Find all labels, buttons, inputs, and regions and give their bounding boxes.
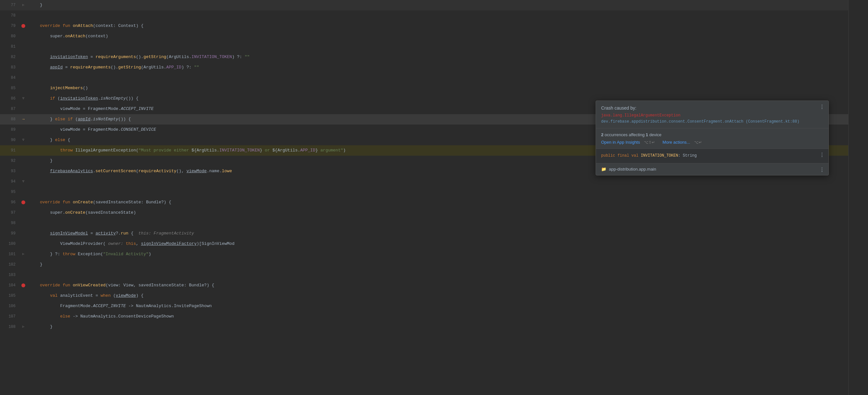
code-line-78[interactable]: 78 <box>0 10 848 21</box>
fold-icon-90: ▽ <box>22 135 24 145</box>
fold-icon-108: ▷ <box>22 322 24 332</box>
line-num-100: 100 <box>0 239 20 249</box>
code-line-79[interactable]: 79 override fun onAttach(context: Contex… <box>0 21 848 31</box>
line-num-82: 82 <box>0 52 20 62</box>
gutter-90: ▽ <box>20 135 27 145</box>
code-content-99: signInViewModel = activity?.run { this: … <box>27 228 848 239</box>
gutter-104 <box>20 283 27 287</box>
code-line-99[interactable]: 99 signInViewModel = activity?.run { thi… <box>0 228 848 239</box>
code-line-95[interactable]: 95 <box>0 187 848 197</box>
device-count: 1 <box>646 132 648 137</box>
code-line-108[interactable]: 108 ▷ } <box>0 322 848 332</box>
line-num-104: 104 <box>0 280 20 290</box>
code-content-80: super.onAttach(context) <box>27 31 848 41</box>
line-num-85: 85 <box>0 83 20 93</box>
code-content-101: } ?: throw Exception("Invalid Activity") <box>27 249 848 259</box>
code-line-105[interactable]: 105 val analyticEvent = when (viewMode) … <box>0 290 848 301</box>
code-line-102[interactable]: 102 } <box>0 259 848 270</box>
fold-icon-101: ▷ <box>22 249 24 259</box>
code-content-85: injectMembers() <box>27 83 848 93</box>
code-content-108: } <box>27 322 848 332</box>
code-area[interactable]: 77 ▷ } 78 79 override fun onAttach(conte… <box>0 0 848 395</box>
line-num-93: 93 <box>0 166 20 176</box>
code-line-85[interactable]: 85 injectMembers() <box>0 83 848 93</box>
code-content-105: val analyticEvent = when (viewMode) { <box>27 290 848 301</box>
right-panel <box>848 0 868 395</box>
line-num-91: 91 <box>0 145 20 156</box>
line-num-87: 87 <box>0 104 20 114</box>
line-num-102: 102 <box>0 259 20 270</box>
line-num-83: 83 <box>0 62 20 73</box>
code-line-106[interactable]: 106 FragmentMode.ACCEPT_INVITE -> NautmA… <box>0 301 848 311</box>
line-num-88: 88 <box>0 114 20 124</box>
breakpoint-icon-104 <box>21 283 25 287</box>
crash-exception-class: java.lang.IllegalArgumentException <box>601 113 823 119</box>
open-in-app-insights-button[interactable]: Open in App Insights ⌥⇧↵ <box>601 140 655 145</box>
open-in-app-insights-label: Open in App Insights <box>601 140 640 145</box>
code-content-104: override fun onViewCreated(view: View, s… <box>27 280 848 290</box>
fold-icon-94: ▽ <box>22 176 24 187</box>
line-num-77: 77 <box>0 0 20 10</box>
execution-arrow-icon: → <box>22 114 24 124</box>
occurrences-count: 2 <box>601 132 603 137</box>
code-line-83[interactable]: 83 appId = requireArguments().getString(… <box>0 62 848 73</box>
code-line-96[interactable]: 96 override fun onCreate(savedInstanceSt… <box>0 197 848 207</box>
crash-popup-header: Crash caused by: java.lang.IllegalArgume… <box>596 101 829 129</box>
affecting-label: affecting <box>629 132 645 137</box>
occurrences-text: 2 occurrences affecting 1 device <box>601 132 823 137</box>
more-actions-label: More actions... <box>663 140 690 145</box>
code-line-81[interactable]: 81 <box>0 41 848 52</box>
code-line-94[interactable]: 94 ▽ <box>0 176 848 187</box>
crash-exception-trace: dev.firebase.appdistribution.consent.Con… <box>601 119 823 125</box>
code-line-107[interactable]: 107 else -> NautmAnalytics.ConsentDevice… <box>0 311 848 322</box>
code-line-98[interactable]: 98 <box>0 218 848 228</box>
line-num-95: 95 <box>0 187 20 197</box>
crash-popup-actions: Open in App Insights ⌥⇧↵ More actions...… <box>601 140 823 145</box>
gutter-86: ▽ <box>20 93 27 104</box>
gutter-94: ▽ <box>20 176 27 187</box>
code-line-77[interactable]: 77 ▷ } <box>0 0 848 10</box>
line-num-105: 105 <box>0 290 20 301</box>
line-num-78: 78 <box>0 10 20 21</box>
code-content-77: } <box>27 0 848 10</box>
code-line-101[interactable]: 101 ▷ } ?: throw Exception("Invalid Acti… <box>0 249 848 259</box>
code-line-97[interactable]: 97 super.onCreate(savedInstanceState) <box>0 207 848 218</box>
line-num-92: 92 <box>0 156 20 166</box>
code-content-102: } <box>27 259 848 270</box>
code-line-82[interactable]: 82 invitationToken = requireArguments().… <box>0 52 848 62</box>
code-line-100[interactable]: 100 ViewModelProvider( owner: this, sign… <box>0 239 848 249</box>
gutter-108: ▷ <box>20 322 27 332</box>
line-num-107: 107 <box>0 311 20 322</box>
line-num-81: 81 <box>0 41 20 52</box>
fold-icon-77: ▷ <box>22 0 24 10</box>
line-num-98: 98 <box>0 218 20 228</box>
line-num-90: 90 <box>0 135 20 145</box>
crash-popup-title: Crash caused by: <box>601 105 823 111</box>
gutter-79 <box>20 24 27 28</box>
code-line-103[interactable]: 103 <box>0 270 848 280</box>
line-num-80: 80 <box>0 31 20 41</box>
code-content-106: FragmentMode.ACCEPT_INVITE -> NautmAnaly… <box>27 301 848 311</box>
more-options-button-top[interactable]: ⋮ <box>819 105 825 110</box>
code-line-104[interactable]: 104 override fun onViewCreated(view: Vie… <box>0 280 848 290</box>
device-label: device <box>649 132 662 137</box>
code-content-79: override fun onAttach(context: Context) … <box>27 21 848 31</box>
code-content-82: invitationToken = requireArguments().get… <box>27 52 848 62</box>
more-options-button-code[interactable]: ⋮ <box>819 153 825 158</box>
code-line-80[interactable]: 80 super.onAttach(context) <box>0 31 848 41</box>
more-options-button-bottom[interactable]: ⋮ <box>819 167 825 173</box>
more-actions-button[interactable]: More actions... ⌥↵ <box>663 140 702 145</box>
breakpoint-icon-96 <box>21 200 25 204</box>
code-line-84[interactable]: 84 <box>0 73 848 83</box>
line-num-94: 94 <box>0 176 20 187</box>
occurrences-label: occurrences <box>605 132 628 137</box>
gutter-88: → <box>20 114 27 124</box>
editor-container: 77 ▷ } 78 79 override fun onAttach(conte… <box>0 0 868 395</box>
line-num-89: 89 <box>0 124 20 135</box>
fold-icon-86: ▽ <box>22 93 24 104</box>
line-num-101: 101 <box>0 249 20 259</box>
open-shortcut: ⌥⇧↵ <box>644 140 655 145</box>
line-num-96: 96 <box>0 197 20 207</box>
line-num-86: 86 <box>0 93 20 104</box>
gutter-77: ▷ <box>20 0 27 10</box>
